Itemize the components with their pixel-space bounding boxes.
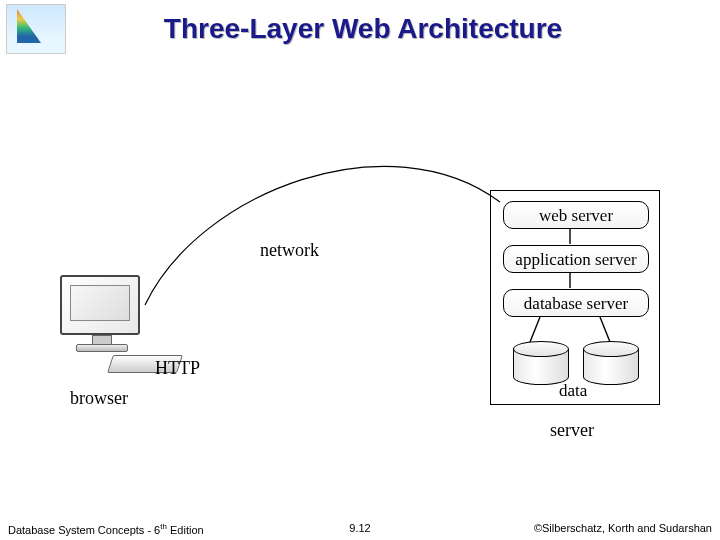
browser-label: browser — [70, 388, 128, 409]
slide-title: Three-Layer Web Architecture — [66, 13, 720, 45]
network-label: network — [260, 240, 319, 261]
sail-icon — [17, 9, 41, 43]
web-server-tier: web server — [503, 201, 649, 229]
client-monitor-icon — [60, 275, 140, 335]
footer-left: Database System Concepts - 6th Edition — [8, 522, 204, 536]
slide-header: Three-Layer Web Architecture — [0, 0, 720, 58]
data-label: data — [559, 381, 587, 401]
database-cylinder-icon — [513, 341, 569, 383]
database-server-tier: database server — [503, 289, 649, 317]
footer-left-suffix: Edition — [167, 524, 204, 536]
footer-left-prefix: Database System Concepts - 6 — [8, 524, 160, 536]
server-group-label: server — [550, 420, 594, 441]
monitor-base — [76, 344, 128, 352]
footer-copyright: ©Silberschatz, Korth and Sudarshan — [534, 522, 712, 536]
monitor-screen — [70, 285, 130, 321]
protocol-label: HTTP — [155, 358, 200, 379]
sailboat-logo — [6, 4, 66, 54]
application-server-tier: application server — [503, 245, 649, 273]
slide-number: 9.12 — [349, 522, 370, 534]
slide-footer: Database System Concepts - 6th Edition 9… — [0, 522, 720, 536]
footer-ordinal-sup: th — [160, 522, 167, 531]
server-group-box: web server application server database s… — [490, 190, 660, 405]
database-cylinder-icon — [583, 341, 639, 383]
architecture-diagram: browser HTTP network web server applicat… — [60, 130, 660, 460]
